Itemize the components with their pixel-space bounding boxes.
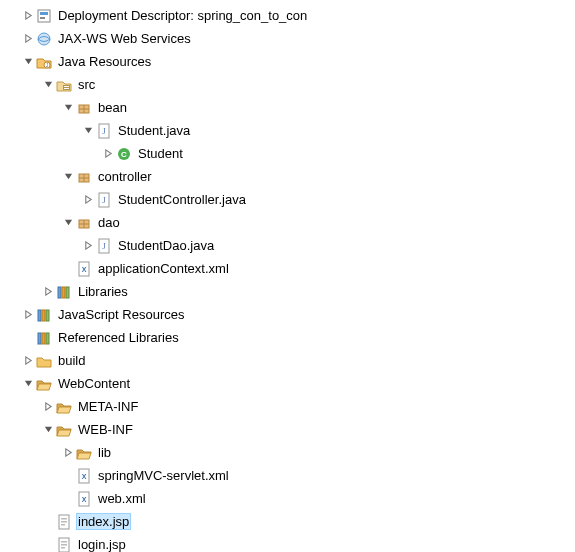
xmlfile-icon: X	[76, 261, 92, 277]
tree-row[interactable]: JAX-WS Web Services	[0, 27, 575, 50]
tree-row[interactable]: build	[0, 349, 575, 372]
svg-rect-6	[63, 85, 70, 90]
tree-item-label[interactable]: Deployment Descriptor: spring_con_to_con	[56, 7, 309, 24]
tree-row[interactable]: lib	[0, 441, 575, 464]
expand-toggle-open[interactable]	[40, 73, 56, 96]
tree-row[interactable]: XspringMVC-servlet.xml	[0, 464, 575, 487]
expand-toggle-open[interactable]	[20, 372, 36, 395]
tree-item-label[interactable]: META-INF	[76, 398, 140, 415]
svg-rect-44	[61, 524, 65, 526]
tree-row[interactable]: XapplicationContext.xml	[0, 257, 575, 280]
tree-item-label[interactable]: springMVC-servlet.xml	[96, 467, 231, 484]
library-icon	[56, 284, 72, 300]
tree-row[interactable]: JStudent.java	[0, 119, 575, 142]
tree-item-label[interactable]: index.jsp	[76, 513, 131, 530]
tree-item-label[interactable]: lib	[96, 444, 113, 461]
tree-row[interactable]: controller	[0, 165, 575, 188]
expand-toggle-open[interactable]	[60, 211, 76, 234]
svg-rect-35	[42, 333, 45, 344]
svg-rect-32	[42, 310, 45, 321]
tree-item-label[interactable]: Java Resources	[56, 53, 153, 70]
svg-text:X: X	[82, 266, 87, 273]
project-explorer-tree[interactable]: Deployment Descriptor: spring_con_to_con…	[0, 4, 575, 552]
tree-item-label[interactable]: Libraries	[76, 283, 130, 300]
tree-item-label[interactable]: JAX-WS Web Services	[56, 30, 193, 47]
class-icon: C	[116, 146, 132, 162]
expand-toggle-closed[interactable]	[100, 142, 116, 165]
tree-row[interactable]: Deployment Descriptor: spring_con_to_con	[0, 4, 575, 27]
tree-row[interactable]: JStudentDao.java	[0, 234, 575, 257]
xmlfile-icon: X	[76, 468, 92, 484]
tree-item-label[interactable]: web.xml	[96, 490, 148, 507]
tree-item-label[interactable]: bean	[96, 99, 129, 116]
tree-row[interactable]: JJava Resources	[0, 50, 575, 73]
tree-row[interactable]: JavaScript Resources	[0, 303, 575, 326]
tree-item-label[interactable]: login.jsp	[76, 536, 128, 552]
svg-rect-1	[40, 12, 48, 15]
package-icon	[76, 169, 92, 185]
expand-toggle-closed[interactable]	[20, 349, 36, 372]
expand-toggle-closed[interactable]	[80, 188, 96, 211]
svg-text:J: J	[102, 195, 106, 205]
tree-row[interactable]: META-INF	[0, 395, 575, 418]
tree-row[interactable]: CStudent	[0, 142, 575, 165]
tree-row[interactable]: WebContent	[0, 372, 575, 395]
svg-rect-29	[62, 287, 65, 298]
tree-item-label[interactable]: controller	[96, 168, 153, 185]
tree-row[interactable]: Libraries	[0, 280, 575, 303]
tree-item-label[interactable]: dao	[96, 214, 122, 231]
expand-toggle-closed[interactable]	[20, 303, 36, 326]
expand-toggle-none	[40, 510, 56, 533]
tree-item-label[interactable]: WebContent	[56, 375, 132, 392]
expand-toggle-closed[interactable]	[40, 280, 56, 303]
expand-toggle-open[interactable]	[60, 165, 76, 188]
package-icon	[76, 215, 92, 231]
svg-rect-46	[61, 541, 67, 543]
svg-rect-47	[61, 544, 67, 546]
expand-toggle-none	[20, 326, 36, 349]
expand-toggle-open[interactable]	[60, 96, 76, 119]
tree-row[interactable]: Referenced Libraries	[0, 326, 575, 349]
svg-rect-2	[40, 17, 45, 19]
tree-row[interactable]: dao	[0, 211, 575, 234]
dd-icon	[36, 8, 52, 24]
folderopen-icon	[36, 376, 52, 392]
svg-rect-8	[64, 88, 69, 89]
tree-item-label[interactable]: Student.java	[116, 122, 192, 139]
expand-toggle-none	[60, 257, 76, 280]
tree-row[interactable]: Xweb.xml	[0, 487, 575, 510]
expand-toggle-closed[interactable]	[20, 4, 36, 27]
svg-text:X: X	[82, 496, 87, 503]
folderopen-icon	[76, 445, 92, 461]
tree-row[interactable]: WEB-INF	[0, 418, 575, 441]
tree-item-label[interactable]: src	[76, 76, 97, 93]
tree-item-label[interactable]: StudentDao.java	[116, 237, 216, 254]
tree-item-label[interactable]: StudentController.java	[116, 191, 248, 208]
tree-row[interactable]: JStudentController.java	[0, 188, 575, 211]
tree-row[interactable]: index.jsp	[0, 510, 575, 533]
tree-row[interactable]: login.jsp	[0, 533, 575, 552]
srcfolder-icon	[56, 77, 72, 93]
expand-toggle-closed[interactable]	[60, 441, 76, 464]
expand-toggle-open[interactable]	[80, 119, 96, 142]
expand-toggle-open[interactable]	[20, 50, 36, 73]
tree-row[interactable]: src	[0, 73, 575, 96]
javafile-icon: J	[96, 192, 112, 208]
tree-item-label[interactable]: applicationContext.xml	[96, 260, 231, 277]
svg-rect-0	[38, 10, 50, 22]
expand-toggle-closed[interactable]	[40, 395, 56, 418]
tree-item-label[interactable]: Referenced Libraries	[56, 329, 181, 346]
library-icon	[36, 307, 52, 323]
tree-row[interactable]: bean	[0, 96, 575, 119]
tree-item-label[interactable]: build	[56, 352, 87, 369]
tree-item-label[interactable]: JavaScript Resources	[56, 306, 186, 323]
folder-icon	[36, 353, 52, 369]
tree-item-label[interactable]: Student	[136, 145, 185, 162]
expand-toggle-closed[interactable]	[20, 27, 36, 50]
expand-toggle-closed[interactable]	[80, 234, 96, 257]
svg-point-3	[38, 33, 50, 45]
javafile-icon: J	[96, 123, 112, 139]
tree-item-label[interactable]: WEB-INF	[76, 421, 135, 438]
expand-toggle-open[interactable]	[40, 418, 56, 441]
svg-text:J: J	[102, 241, 106, 251]
